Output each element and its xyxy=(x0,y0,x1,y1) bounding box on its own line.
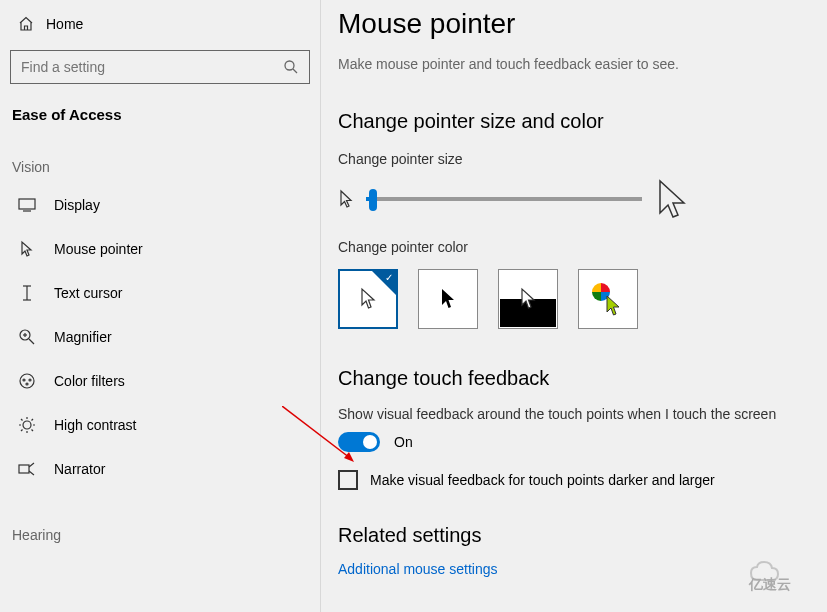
search-field[interactable] xyxy=(21,59,283,75)
section-touch-heading: Change touch feedback xyxy=(338,367,827,390)
pointer-size-label: Change pointer size xyxy=(338,151,827,167)
display-icon xyxy=(18,196,36,214)
svg-line-1 xyxy=(293,69,297,73)
narrator-icon xyxy=(18,460,36,478)
svg-line-20 xyxy=(21,419,23,421)
group-vision: Vision xyxy=(12,159,320,175)
sidebar-item-label: Text cursor xyxy=(54,285,122,301)
sidebar-item-mouse-pointer[interactable]: Mouse pointer xyxy=(10,227,320,271)
section-pointer-heading: Change pointer size and color xyxy=(338,110,827,133)
check-icon: ✓ xyxy=(385,272,393,283)
darker-checkbox-row: Make visual feedback for touch points da… xyxy=(338,470,827,490)
sidebar-item-color-filters[interactable]: Color filters xyxy=(10,359,320,403)
cursor-large-icon xyxy=(654,177,690,221)
pointer-color-options: ✓ xyxy=(338,269,827,329)
search-icon xyxy=(283,59,299,75)
pointer-size-slider-row xyxy=(338,177,827,221)
page-title: Mouse pointer xyxy=(338,8,827,40)
touch-toggle-label: Show visual feedback around the touch po… xyxy=(338,406,827,422)
svg-rect-24 xyxy=(19,465,29,473)
darker-larger-checkbox[interactable] xyxy=(338,470,358,490)
home-icon xyxy=(18,16,34,32)
svg-line-22 xyxy=(21,430,23,432)
watermark: 亿速云 xyxy=(749,558,819,604)
main-content: Mouse pointer Make mouse pointer and tou… xyxy=(338,0,827,577)
cursor-small-icon xyxy=(338,189,354,209)
sidebar: Home Ease of Access Vision Display Mouse… xyxy=(0,0,320,612)
sidebar-item-label: Magnifier xyxy=(54,329,112,345)
touch-feedback-toggle[interactable] xyxy=(338,432,380,452)
toggle-state-text: On xyxy=(394,434,413,450)
related-settings-heading: Related settings xyxy=(338,524,827,547)
svg-point-15 xyxy=(23,421,31,429)
page-subtitle: Make mouse pointer and touch feedback ea… xyxy=(338,56,827,72)
svg-point-11 xyxy=(20,374,34,388)
svg-rect-2 xyxy=(19,199,35,209)
color-option-custom[interactable] xyxy=(578,269,638,329)
sidebar-item-text-cursor[interactable]: Text cursor xyxy=(10,271,320,315)
sidebar-item-high-contrast[interactable]: High contrast xyxy=(10,403,320,447)
slider-thumb[interactable] xyxy=(369,189,377,211)
toggle-knob xyxy=(363,435,377,449)
watermark-text: 亿速云 xyxy=(749,576,791,592)
sidebar-item-display[interactable]: Display xyxy=(10,183,320,227)
svg-point-12 xyxy=(23,379,25,381)
mouse-pointer-icon xyxy=(18,240,36,258)
svg-point-13 xyxy=(29,379,31,381)
sidebar-item-label: Display xyxy=(54,197,100,213)
color-option-white[interactable]: ✓ xyxy=(338,269,398,329)
group-hearing: Hearing xyxy=(12,527,320,543)
category-title: Ease of Access xyxy=(12,106,320,123)
sidebar-item-magnifier[interactable]: Magnifier xyxy=(10,315,320,359)
search-input[interactable] xyxy=(10,50,310,84)
divider xyxy=(320,0,321,612)
sidebar-item-label: High contrast xyxy=(54,417,136,433)
svg-point-0 xyxy=(285,61,294,70)
sidebar-item-label: Color filters xyxy=(54,373,125,389)
color-filters-icon xyxy=(18,372,36,390)
svg-line-8 xyxy=(29,339,34,344)
svg-point-14 xyxy=(26,383,28,385)
touch-toggle-row: On xyxy=(338,432,827,452)
sidebar-item-label: Mouse pointer xyxy=(54,241,143,257)
pointer-size-slider[interactable] xyxy=(366,197,642,201)
sidebar-item-narrator[interactable]: Narrator xyxy=(10,447,320,491)
home-button[interactable]: Home xyxy=(10,12,320,36)
sidebar-item-label: Narrator xyxy=(54,461,105,477)
svg-line-23 xyxy=(32,419,34,421)
text-cursor-icon xyxy=(18,284,36,302)
checkbox-label: Make visual feedback for touch points da… xyxy=(370,472,715,488)
magnifier-icon xyxy=(18,328,36,346)
home-label: Home xyxy=(46,16,83,32)
high-contrast-icon xyxy=(18,416,36,434)
pointer-color-label: Change pointer color xyxy=(338,239,827,255)
svg-line-21 xyxy=(32,430,34,432)
color-option-inverted[interactable] xyxy=(498,269,558,329)
color-option-black[interactable] xyxy=(418,269,478,329)
